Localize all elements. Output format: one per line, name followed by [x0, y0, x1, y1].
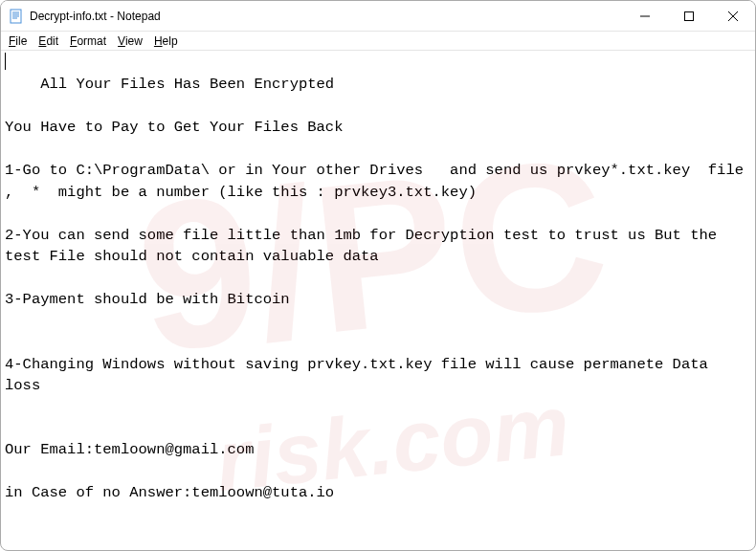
- maximize-button[interactable]: [667, 1, 711, 31]
- menu-edit[interactable]: Edit: [33, 33, 64, 49]
- svg-rect-6: [685, 11, 694, 20]
- close-button[interactable]: [711, 1, 755, 31]
- window-controls: [623, 1, 755, 31]
- text-area[interactable]: All Your Files Has Been Encrypted You Ha…: [1, 51, 755, 550]
- minimize-button[interactable]: [623, 1, 667, 31]
- titlebar[interactable]: Decrypt-info.txt - Notepad: [1, 1, 755, 32]
- notepad-icon: [9, 9, 24, 24]
- text-caret: [5, 53, 6, 70]
- menu-view[interactable]: View: [112, 33, 148, 49]
- document-text: All Your Files Has Been Encrypted You Ha…: [5, 76, 752, 501]
- menu-file[interactable]: File: [3, 33, 33, 49]
- notepad-window: Decrypt-info.txt - Notepad File Edit For…: [0, 0, 756, 551]
- window-title: Decrypt-info.txt - Notepad: [30, 10, 623, 23]
- menu-format[interactable]: Format: [64, 33, 112, 49]
- menu-help[interactable]: Help: [148, 33, 184, 49]
- menubar: File Edit Format View Help: [1, 32, 755, 51]
